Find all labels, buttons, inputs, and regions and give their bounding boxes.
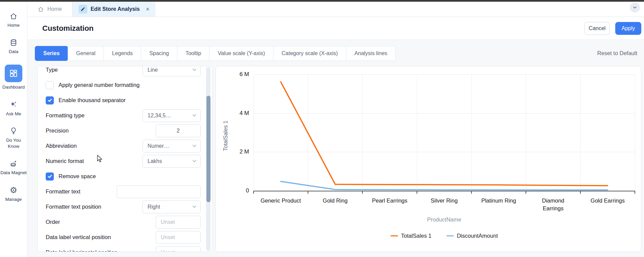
sidebar-item-ask-me[interactable]: Ask Me [0, 100, 27, 117]
series-lines [253, 74, 635, 191]
dashboard-grid-icon [5, 65, 22, 82]
content-area: Series General Legends Spacing Tooltip V… [27, 40, 644, 257]
type-dropdown[interactable]: Line [142, 66, 201, 76]
formatter-text-position-dropdown[interactable]: Right [142, 201, 201, 213]
tab-general[interactable]: General [68, 46, 104, 61]
order-input[interactable] [156, 216, 201, 229]
reset-to-default-link[interactable]: Reset to Default [597, 50, 637, 56]
sidebar-item-data[interactable]: Data [0, 38, 27, 55]
lightbulb-icon [9, 127, 18, 135]
sidebar-item-manage[interactable]: ⚙ Manage [0, 186, 27, 203]
legend-item[interactable]: TotalSales 1 [391, 233, 431, 239]
x-tick-mark [580, 191, 581, 194]
x-axis-line [253, 191, 635, 191]
sidebar: Home Data Dashboard Ask Me Do You Know D… [0, 2, 27, 257]
apply-general-number-formatting-checkbox[interactable] [46, 81, 54, 89]
tab-home[interactable]: Home [27, 2, 72, 17]
sidebar-item-home[interactable]: Home [0, 12, 27, 28]
plot-area[interactable] [253, 74, 635, 191]
tab-spacing[interactable]: Spacing [141, 46, 177, 61]
tab-analysis-lines[interactable]: Analysis lines [346, 46, 396, 61]
sidebar-item-label: Manage [5, 196, 22, 203]
home-icon [38, 6, 44, 13]
settings-tabbar: Series General Legends Spacing Tooltip V… [35, 46, 396, 61]
remove-space-checkbox[interactable] [46, 172, 54, 181]
precision-input[interactable] [156, 124, 201, 137]
series-settings-panel: Type Line Apply general number formattin… [37, 66, 213, 252]
chevron-down-icon [193, 69, 196, 71]
chevron-down-icon [193, 206, 196, 208]
x-category-label: Silver Ring [417, 197, 471, 212]
chevron-down-icon [193, 145, 196, 147]
x-tick-mark [417, 191, 417, 194]
vertical-gridline [635, 74, 635, 191]
sidebar-item-label: Do You Know [0, 137, 27, 149]
data-label-horizontal-position-input[interactable] [156, 246, 201, 252]
data-label-vertical-position-input[interactable] [156, 231, 201, 244]
form-row-thousand-separator: Enable thousand separator [46, 93, 201, 108]
legend-label: TotalSales 1 [401, 233, 431, 239]
form-row-order: Order [46, 214, 201, 230]
x-category-label: Generic Product [253, 197, 308, 212]
y-tick-label: 4 M [216, 110, 249, 117]
form-row-abbreviation: Abbreviation Numer… [46, 138, 201, 154]
sidebar-item-dashboard[interactable]: Dashboard [0, 65, 27, 90]
x-category-label: Gold Earrings [580, 197, 635, 212]
enable-thousand-separator-checkbox[interactable] [46, 96, 54, 104]
collapse-panel-button[interactable] [630, 2, 640, 13]
cancel-button[interactable]: Cancel [584, 22, 610, 35]
form-scrollbar-track[interactable] [206, 67, 210, 251]
tab-edit-store-analysis[interactable]: Edit Store Analysis × [72, 2, 156, 17]
tab-series[interactable]: Series [35, 46, 68, 61]
x-tick-mark [526, 191, 526, 194]
form-row-type: Type Line [46, 66, 201, 77]
tab-value-scale[interactable]: Value scale (Y-axis) [209, 46, 273, 61]
tab-tooltip[interactable]: Tooltip [177, 46, 209, 61]
x-category-label: Diamond Earrings [526, 197, 580, 212]
legend-label: DiscountAmount [457, 233, 498, 239]
x-category-label: Platinum Ring [471, 197, 526, 212]
sidebar-item-data-magnet[interactable]: Data Magnet [0, 159, 27, 176]
form-row-general-number-formatting: Apply general number formatting [46, 77, 201, 93]
y-tick-label: 0 [216, 187, 249, 194]
x-tick-mark [308, 191, 308, 194]
window-top-strip [0, 0, 644, 2]
customization-header: Customization Cancel Apply [27, 17, 644, 40]
numeric-format-dropdown[interactable]: Lakhs [142, 155, 201, 168]
apply-button[interactable]: Apply [615, 22, 641, 35]
form-row-formatting-type: Formatting type 12,34,5… [46, 108, 201, 123]
tab-category-scale[interactable]: Category scale (X-axis) [273, 46, 346, 61]
sidebar-item-do-you-know[interactable]: Do You Know [0, 127, 27, 149]
chart-legend: TotalSales 1DiscountAmount [253, 233, 635, 239]
form-row-formatter-text-position: Formatter text position Right [46, 199, 201, 214]
form-row-data-label-vertical: Data label vertical position [46, 230, 201, 245]
chevron-down-icon [193, 114, 196, 117]
legend-swatch [391, 235, 398, 237]
gear-icon: ⚙ [9, 186, 18, 194]
tab-home-label: Home [47, 6, 62, 12]
x-category-label: Pearl Earrings [362, 197, 417, 212]
sidebar-item-label: Data Magnet [0, 170, 26, 176]
pencil-icon [79, 5, 87, 14]
form-scrollbar-thumb[interactable] [206, 96, 210, 202]
formatting-type-dropdown[interactable]: 12,34,5… [142, 109, 201, 122]
form-row-formatter-text: Formatter text [46, 184, 201, 199]
abbreviation-dropdown[interactable]: Numer… [142, 140, 201, 153]
tab-legends[interactable]: Legends [104, 46, 141, 61]
home-icon [9, 12, 18, 20]
x-tick-mark [471, 191, 472, 194]
x-axis-labels: Generic ProductGold RingPearl EarringsSi… [253, 197, 635, 212]
x-tick-mark [253, 191, 254, 194]
close-icon[interactable]: × [146, 6, 150, 13]
sidebar-item-label: Ask Me [6, 111, 21, 117]
sparkles-icon [9, 100, 18, 109]
x-tick-mark [362, 191, 363, 194]
tab-edit-label: Edit Store Analysis [91, 6, 140, 12]
form-row-numeric-format: Numeric format Lakhs [46, 154, 201, 169]
formatter-text-input[interactable] [117, 185, 201, 198]
chart-panel: TotalSales 1 02 M4 M6 M Generic ProductG… [216, 66, 641, 252]
legend-item[interactable]: DiscountAmount [446, 233, 498, 239]
data-magnet-icon [9, 159, 18, 168]
sidebar-item-label: Data [9, 49, 19, 55]
x-axis-title: ProductName [253, 216, 635, 223]
